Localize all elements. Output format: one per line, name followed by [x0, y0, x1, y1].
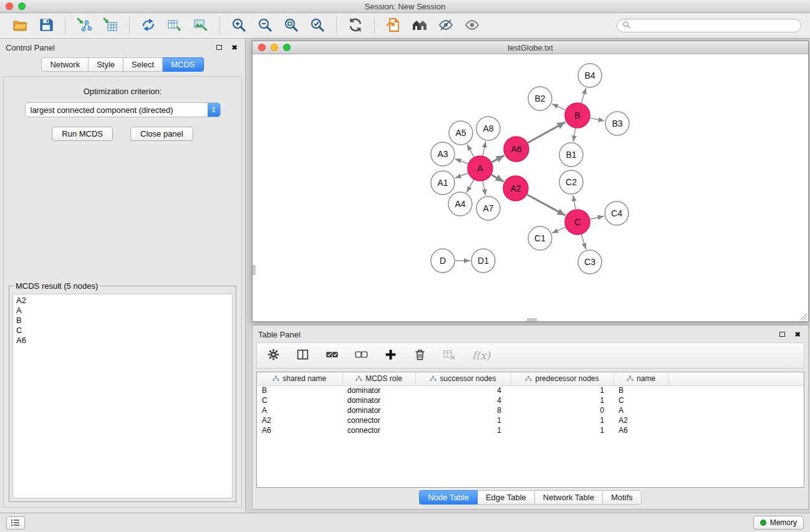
memory-button[interactable]: Memory [753, 516, 804, 530]
edge-B-B1[interactable] [573, 128, 575, 142]
edge-A6-B[interactable] [528, 122, 565, 143]
close-panel-button[interactable]: ✖ [229, 42, 239, 52]
toolbar-button-clone-network[interactable] [137, 15, 160, 36]
close-window-button[interactable] [6, 2, 13, 10]
result-item[interactable]: C [16, 326, 229, 336]
criterion-dropdown[interactable]: largest connected component (directed) ▲… [25, 102, 221, 117]
edge-A-A7[interactable] [483, 181, 486, 196]
table-toolbar-button-select-all[interactable] [325, 346, 339, 365]
graph-node-A5[interactable]: A5 [449, 121, 473, 145]
close-panel-action-button[interactable]: Close panel [130, 127, 193, 141]
toolbar-button-zoom-out[interactable] [254, 15, 276, 36]
zoom-window-button[interactable] [18, 2, 26, 10]
edge-B-B4[interactable] [581, 88, 586, 103]
edge-A-A8[interactable] [483, 142, 486, 156]
result-item[interactable]: A2 [16, 296, 229, 306]
result-item[interactable]: B [16, 316, 229, 326]
table-toolbar-button-add-row[interactable] [384, 346, 397, 365]
edge-C-C1[interactable] [552, 227, 565, 233]
graph-node-C2[interactable]: C2 [559, 170, 583, 194]
tab-network[interactable]: Network [41, 57, 89, 72]
vertical-scroll-nub[interactable] [253, 265, 256, 275]
tab-node-table[interactable]: Node Table [419, 490, 478, 505]
search-input[interactable] [634, 21, 796, 30]
graph-node-B1[interactable]: B1 [559, 143, 583, 167]
tab-select[interactable]: Select [123, 57, 163, 72]
column-header-predecessor-nodes[interactable]: predecessor nodes [511, 372, 614, 385]
edge-C-C2[interactable] [573, 195, 576, 210]
column-header-shared-name[interactable]: shared name [257, 372, 342, 385]
graph-node-D1[interactable]: D1 [471, 249, 495, 273]
task-history-button[interactable] [6, 516, 25, 530]
column-header-MCDS-role[interactable]: MCDS role [342, 372, 415, 385]
graph-node-B[interactable]: B [565, 103, 590, 128]
mcds-result-list[interactable]: A2ABCA6 [12, 294, 233, 498]
toolbar-button-home[interactable] [408, 15, 431, 36]
toolbar-button-zoom-in[interactable] [228, 15, 250, 36]
result-item[interactable]: A6 [16, 336, 229, 346]
edge-A-A3[interactable] [455, 159, 468, 164]
table-row[interactable]: Bdominator41B [257, 385, 804, 395]
toolbar-button-import-table[interactable] [99, 15, 122, 36]
graph-node-C3[interactable]: C3 [578, 250, 602, 274]
toolbar-button-export-document[interactable] [382, 15, 405, 36]
graph-node-D[interactable]: D [431, 249, 455, 273]
toolbar-button-import-network[interactable] [73, 15, 95, 36]
run-mcds-button[interactable]: Run MCDS [52, 127, 113, 141]
toolbar-button-zoom-fit[interactable] [280, 15, 302, 36]
close-network-window-button[interactable] [258, 44, 266, 51]
toolbar-button-refresh-layout[interactable] [344, 15, 367, 36]
close-table-panel-button[interactable]: ✖ [793, 329, 803, 339]
toolbar-button-export-network[interactable] [163, 15, 186, 36]
edge-C-C3[interactable] [581, 235, 586, 249]
column-header-name[interactable]: name [614, 372, 668, 385]
graph-node-A4[interactable]: A4 [448, 192, 472, 216]
table-toolbar-button-gear[interactable] [267, 346, 280, 365]
resize-grip[interactable] [799, 312, 808, 321]
edge-A-A2[interactable] [491, 175, 504, 181]
graph-node-A8[interactable]: A8 [476, 117, 500, 140]
toolbar-button-visual-details[interactable] [435, 15, 457, 36]
table-toolbar-button-columns[interactable] [296, 346, 309, 365]
network-graph[interactable]: B4B2BB3A5A8A6B1A3AA1A2C2A4A7C4CC1C3DD1 [253, 54, 808, 321]
tab-motifs[interactable]: Motifs [603, 490, 642, 505]
edge-A-A6[interactable] [492, 155, 504, 162]
graph-node-B3[interactable]: B3 [605, 112, 629, 135]
edge-A-A4[interactable] [466, 180, 473, 192]
edge-C-C4[interactable] [590, 216, 604, 220]
toolbar-button-open-session[interactable] [9, 15, 31, 36]
tab-style[interactable]: Style [89, 57, 123, 72]
minimize-network-window-button[interactable] [271, 44, 278, 51]
graph-node-A7[interactable]: A7 [476, 196, 500, 220]
toolbar-button-save-session[interactable] [35, 15, 57, 36]
graph-node-A6[interactable]: A6 [504, 137, 529, 162]
horizontal-scroll-nub[interactable] [527, 318, 537, 321]
toolbar-button-export-image[interactable] [190, 15, 212, 36]
table-toolbar-button-deselect-all[interactable] [355, 346, 368, 365]
table-row[interactable]: A2connector11A2 [257, 415, 804, 425]
float-table-panel-button[interactable] [777, 329, 787, 339]
edge-A-A5[interactable] [467, 144, 474, 157]
search-box[interactable] [617, 19, 801, 32]
edge-A2-C[interactable] [527, 195, 565, 215]
toolbar-button-eye[interactable] [461, 15, 483, 36]
table-toolbar-button-delete-row[interactable] [413, 346, 427, 365]
tab-network-table[interactable]: Network Table [535, 490, 603, 505]
graph-node-B4[interactable]: B4 [578, 64, 602, 87]
edge-A-A1[interactable] [455, 173, 468, 178]
graph-node-B2[interactable]: B2 [528, 87, 552, 110]
table-row[interactable]: A6connector11A6 [257, 425, 804, 435]
toolbar-button-zoom-selected[interactable] [306, 15, 329, 36]
tab-edge-table[interactable]: Edge Table [478, 490, 535, 505]
graph-node-C[interactable]: C [565, 210, 590, 235]
graph-node-C1[interactable]: C1 [528, 226, 552, 250]
edge-B-B3[interactable] [591, 118, 605, 121]
table-row[interactable]: Cdominator41C [257, 395, 804, 405]
network-canvas[interactable]: B4B2BB3A5A8A6B1A3AA1A2C2A4A7C4CC1C3DD1 [253, 54, 808, 321]
table-row[interactable]: Adominator80A [257, 405, 804, 415]
graph-node-A1[interactable]: A1 [431, 171, 455, 195]
column-header-successor-nodes[interactable]: successor nodes [415, 372, 511, 385]
graph-node-A2[interactable]: A2 [503, 176, 528, 201]
edge-B-B2[interactable] [552, 104, 566, 110]
tab-mcds[interactable]: MCDS [163, 57, 203, 72]
